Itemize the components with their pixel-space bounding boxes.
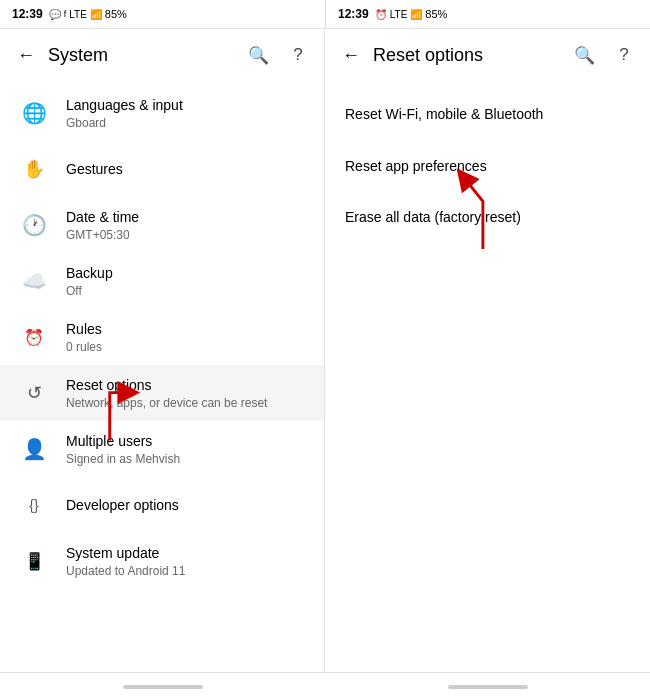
update-subtitle: Updated to Android 11 [66,564,308,578]
users-title: Multiple users [66,432,308,450]
bottom-bar [0,672,650,700]
battery-left: 85% [105,8,127,20]
bottom-indicator-left [123,685,203,689]
bottom-indicator-right [448,685,528,689]
search-button-left[interactable]: 🔍 [240,37,276,73]
settings-item-rules[interactable]: ⏰ Rules 0 rules [0,309,324,365]
right-panel: ← Reset options 🔍 ? Reset Wi-Fi, mobile … [325,29,650,672]
panels: ← System 🔍 ? 🌐 Languages & input Gboard [0,28,650,672]
search-icon-right: 🔍 [574,45,595,66]
rules-icon: ⏰ [16,328,52,347]
status-icons-right: ⏰ LTE 📶 85% [375,8,448,20]
datetime-icon: 🕐 [16,213,52,237]
left-panel: ← System 🔍 ? 🌐 Languages & input Gboard [0,29,325,672]
settings-item-backup[interactable]: ☁️ Backup Off [0,253,324,309]
right-toolbar-icons: 🔍 ? [566,37,642,73]
time-right: 12:39 [338,7,369,21]
backup-icon: ☁️ [16,269,52,293]
reset-icon: ↺ [16,382,52,404]
settings-list: 🌐 Languages & input Gboard ✋ Gestures 🕐 … [0,81,324,672]
search-button-right[interactable]: 🔍 [566,37,602,73]
back-icon-left: ← [17,45,35,66]
signal-icon: 📶 [90,9,102,20]
battery-right: 85% [425,8,447,20]
left-title: System [44,45,240,66]
back-icon-right: ← [342,45,360,66]
datetime-title: Date & time [66,208,308,226]
status-icons-left: 💬 f LTE 📶 85% [49,8,127,20]
status-bar-left: 12:39 💬 f LTE 📶 85% [0,0,325,28]
reset-subtitle: Network, apps, or device can be reset [66,396,308,410]
help-icon-left: ? [293,45,302,65]
backup-title: Backup [66,264,308,282]
languages-title: Languages & input [66,96,308,114]
update-icon: 📱 [16,551,52,572]
help-button-left[interactable]: ? [280,37,316,73]
reset-title: Reset options [66,376,308,394]
search-icon-left: 🔍 [248,45,269,66]
right-toolbar: ← Reset options 🔍 ? [325,29,650,81]
left-toolbar-icons: 🔍 ? [240,37,316,73]
help-button-right[interactable]: ? [606,37,642,73]
languages-subtitle: Gboard [66,116,308,130]
bottom-right [325,672,650,700]
datetime-subtitle: GMT+05:30 [66,228,308,242]
settings-item-gestures[interactable]: ✋ Gestures [0,141,324,197]
bottom-left [0,672,325,700]
users-icon: 👤 [16,437,52,461]
erase-data-label: Erase all data (factory reset) [345,209,521,225]
lte-icon-r: LTE [390,9,408,20]
settings-item-languages[interactable]: 🌐 Languages & input Gboard [0,85,324,141]
settings-item-update[interactable]: 📱 System update Updated to Android 11 [0,533,324,589]
back-button-right[interactable]: ← [333,37,369,73]
lte-icon: LTE [69,9,87,20]
rules-subtitle: 0 rules [66,340,308,354]
update-title: System update [66,544,308,562]
status-bar-right: 12:39 ⏰ LTE 📶 85% [325,0,650,28]
reset-app-label: Reset app preferences [345,158,487,174]
time-left: 12:39 [12,7,43,21]
back-button-left[interactable]: ← [8,37,44,73]
left-toolbar: ← System 🔍 ? [0,29,324,81]
settings-item-reset[interactable]: ↺ Reset options Network, apps, or device… [0,365,324,421]
settings-item-datetime[interactable]: 🕐 Date & time GMT+05:30 [0,197,324,253]
rules-title: Rules [66,320,308,338]
users-subtitle: Signed in as Mehvish [66,452,308,466]
settings-item-developer[interactable]: {} Developer options [0,477,324,533]
signal-icon-r: 📶 [410,9,422,20]
reset-wifi-item[interactable]: Reset Wi-Fi, mobile & Bluetooth [325,89,650,141]
reset-app-item[interactable]: Reset app preferences [325,141,650,193]
developer-icon: {} [16,497,52,513]
alarm-icon: ⏰ [375,9,387,20]
settings-item-users[interactable]: 👤 Multiple users Signed in as Mehvish [0,421,324,477]
fb-icon: f [64,9,67,19]
gestures-icon: ✋ [16,158,52,180]
whatsapp-icon: 💬 [49,9,61,20]
help-icon-right: ? [619,45,628,65]
status-bar: 12:39 💬 f LTE 📶 85% 12:39 ⏰ LTE 📶 85% [0,0,650,28]
right-title: Reset options [369,45,566,66]
gestures-title: Gestures [66,160,308,178]
erase-data-item[interactable]: Erase all data (factory reset) [325,192,650,244]
languages-icon: 🌐 [16,101,52,125]
reset-options-list: Reset Wi-Fi, mobile & Bluetooth Reset ap… [325,81,650,672]
developer-title: Developer options [66,496,308,514]
backup-subtitle: Off [66,284,308,298]
reset-wifi-label: Reset Wi-Fi, mobile & Bluetooth [345,106,543,122]
